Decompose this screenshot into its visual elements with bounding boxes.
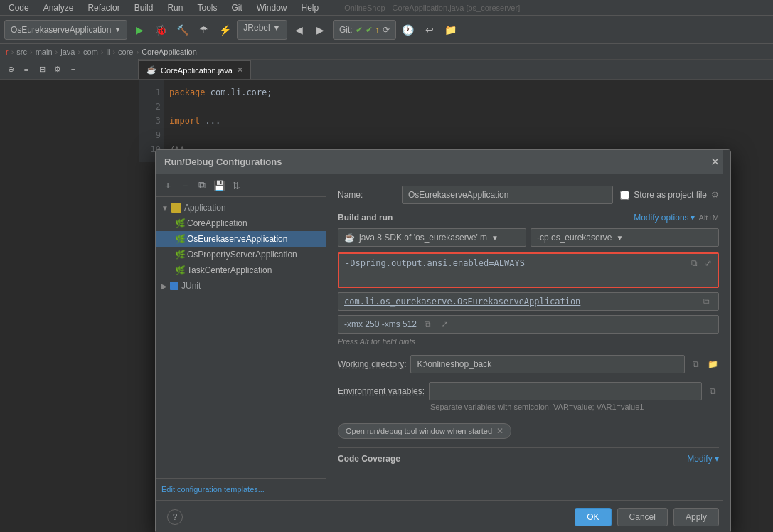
- edit-templates-link[interactable]: Edit configuration templates...: [161, 485, 265, 494]
- sdk-dropdown[interactable]: ☕ java 8 SDK of 'os_eurekaserve' m ▼: [338, 228, 526, 247]
- minus-icon[interactable]: −: [67, 63, 80, 75]
- main-class-copy-button[interactable]: ⧉: [700, 295, 713, 308]
- dialog-title: Run/Debug Configurations: [164, 156, 282, 167]
- tree-item-osproperty[interactable]: 🌿 OsPropertyServerApplication: [156, 247, 326, 262]
- breadcrumb-sep3: ›: [55, 48, 58, 56]
- cp-arrow-icon: ▼: [616, 234, 623, 242]
- junit-icon: [170, 282, 178, 290]
- name-row: Name: Store as project file ⚙: [338, 186, 719, 204]
- file-manager-button[interactable]: 📁: [442, 21, 460, 39]
- open-run-tag-close-icon[interactable]: ✕: [496, 426, 503, 436]
- help-button[interactable]: ?: [167, 509, 183, 525]
- env-vars-input[interactable]: [429, 382, 702, 400]
- alt-hint-text: Press Alt for field hints: [338, 337, 415, 346]
- working-dir-input[interactable]: [410, 355, 685, 373]
- env-vars-hint: Separate variables with semicolon: VAR=v…: [430, 403, 644, 411]
- vm-expand-button[interactable]: ⤢: [702, 257, 715, 270]
- jrebel-label: JRebel: [243, 23, 270, 33]
- code-line-9: [169, 128, 767, 142]
- alt-hint-row: Press Alt for field hints: [338, 336, 719, 346]
- collapse-icon[interactable]: ⊟: [36, 63, 48, 75]
- name-input[interactable]: [402, 186, 613, 204]
- tree-category-application[interactable]: ▼ Application: [156, 200, 326, 216]
- osproperty-spring-icon: 🌿: [176, 250, 184, 259]
- vertical-scrollbar[interactable]: [723, 174, 730, 500]
- tree-category-junit[interactable]: ▶ JUnit: [156, 278, 326, 294]
- copy-config-button[interactable]: ⧉: [194, 178, 210, 193]
- breadcrumb-java[interactable]: java: [60, 48, 75, 56]
- dialog-close-button[interactable]: ✕: [708, 155, 722, 169]
- name-label: Name:: [338, 190, 395, 200]
- add-config-button[interactable]: +: [160, 178, 176, 193]
- modify-label: Modify: [687, 454, 712, 464]
- breadcrumb-src[interactable]: src: [16, 48, 27, 56]
- menu-run[interactable]: Run: [164, 1, 186, 14]
- store-as-project-row: Store as project file ⚙: [620, 190, 719, 200]
- run-config-dropdown[interactable]: OsEurekaserveApplication ▼: [4, 20, 127, 40]
- tree-item-coreapp-label: CoreApplication: [187, 218, 247, 228]
- breadcrumb-main[interactable]: main: [36, 48, 53, 56]
- menu-help[interactable]: Help: [299, 1, 322, 14]
- apply-button[interactable]: Apply: [673, 508, 719, 526]
- env-vars-edit-button[interactable]: ⧉: [706, 385, 719, 398]
- forward-button[interactable]: ▶: [311, 21, 330, 39]
- tree-item-coreapp[interactable]: 🌿 CoreApplication: [156, 216, 326, 231]
- shorten-expand-button[interactable]: ⤢: [438, 318, 451, 331]
- code-line-1: package com.li.core;: [169, 85, 767, 100]
- vm-options-box[interactable]: -Dspring.output.ansi.enabled=ALWAYS ⧉ ⤢: [338, 252, 719, 288]
- menu-window[interactable]: Window: [254, 1, 290, 14]
- menu-code[interactable]: Code: [6, 1, 32, 14]
- working-dir-browse-button[interactable]: 📁: [706, 358, 719, 371]
- working-dir-copy-button[interactable]: ⧉: [689, 358, 702, 371]
- debug-button[interactable]: 🐞: [151, 21, 170, 39]
- breadcrumb-li[interactable]: li: [107, 48, 110, 56]
- profile-button[interactable]: ⚡: [215, 21, 234, 39]
- dialog-footer-left: Edit configuration templates...: [156, 478, 326, 500]
- breadcrumb-core[interactable]: core: [118, 48, 133, 56]
- jrebel-dropdown[interactable]: JRebel ▼: [237, 20, 287, 40]
- modify-options-button[interactable]: Modify options ▾ Alt+M: [634, 213, 719, 223]
- revert-button[interactable]: ↩: [420, 21, 439, 39]
- scroll-icon[interactable]: ⊕: [4, 63, 17, 75]
- cp-dropdown[interactable]: -cp os_eurekaserve ▼: [531, 228, 719, 247]
- sort-config-button[interactable]: ⇅: [228, 178, 244, 193]
- coverage-button[interactable]: ☂: [194, 21, 213, 39]
- menu-git[interactable]: Git: [228, 1, 245, 14]
- tree-item-oseurekaserve[interactable]: 🌿 OsEurekaserveApplication: [156, 231, 326, 247]
- tab-close-icon[interactable]: ✕: [237, 65, 243, 75]
- remove-config-button[interactable]: −: [177, 178, 193, 193]
- menu-tools[interactable]: Tools: [194, 1, 220, 14]
- modify-coverage-button[interactable]: Modify ▾: [687, 454, 719, 464]
- cancel-button[interactable]: Cancel: [617, 508, 668, 526]
- back-button[interactable]: ◀: [290, 21, 309, 39]
- list-icon[interactable]: ≡: [20, 63, 33, 75]
- menu-analyze[interactable]: Analyze: [41, 1, 77, 14]
- breadcrumb-sep1: ›: [11, 48, 14, 56]
- tree-item-taskcenter[interactable]: 🌿 TaskCenterApplication: [156, 262, 326, 278]
- save-config-button[interactable]: 💾: [211, 178, 227, 193]
- git-dropdown[interactable]: Git: ✔ ✔ ↑ ⟳: [333, 20, 396, 40]
- shorten-copy-button[interactable]: ⧉: [421, 318, 434, 331]
- build-button[interactable]: 🔨: [173, 21, 191, 39]
- history-button[interactable]: 🕐: [399, 21, 417, 39]
- store-settings-icon[interactable]: ⚙: [711, 190, 719, 200]
- run-config-arrow-icon: ▼: [114, 26, 121, 33]
- store-as-project-checkbox[interactable]: [620, 191, 629, 200]
- editor-tab-coreapp[interactable]: ☕ CoreApplication.java ✕: [139, 60, 251, 79]
- breadcrumb-com[interactable]: com: [83, 48, 98, 56]
- vm-copy-button[interactable]: ⧉: [688, 257, 700, 270]
- ok-button[interactable]: OK: [575, 508, 611, 526]
- run-button[interactable]: ▶: [130, 21, 149, 39]
- main-class-row: com.li.os_eurekaserve.OsEurekaserveAppli…: [338, 292, 719, 311]
- breadcrumb-sep5: ›: [101, 48, 104, 56]
- env-vars-label: Environment variables:: [338, 386, 425, 396]
- cp-label: -cp os_eurekaserve: [537, 233, 612, 243]
- dialog-tree: ▼ Application 🌿 CoreApplication 🌿 OsEure…: [156, 197, 326, 478]
- main-class-value[interactable]: com.li.os_eurekaserve.OsEurekaserveAppli…: [344, 297, 695, 307]
- modify-options-arrow-icon: ▾: [691, 213, 695, 223]
- breadcrumb-class[interactable]: CoreApplication: [142, 48, 197, 56]
- settings-icon[interactable]: ⚙: [51, 63, 64, 75]
- menu-build[interactable]: Build: [132, 1, 156, 14]
- menu-refactor[interactable]: Refactor: [85, 1, 122, 14]
- breadcrumb-sep7: ›: [136, 48, 139, 56]
